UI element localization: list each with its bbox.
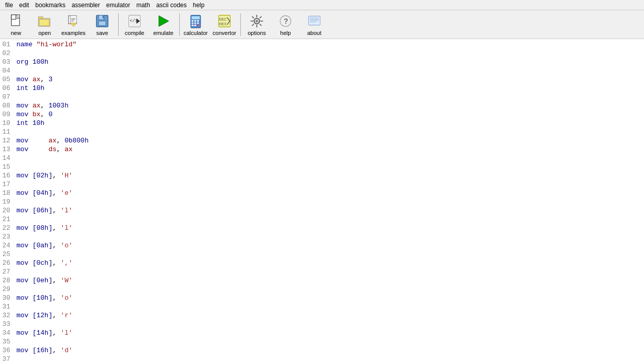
svg-line-42 [252,16,254,19]
svg-marker-11 [70,23,77,27]
line-number: 09 [0,110,14,119]
line-number: 29 [0,285,14,294]
line-number: 36 [0,346,14,355]
options-button[interactable]: options [243,12,271,38]
code-content: mov ax, 0b800h [14,136,644,145]
code-content: mov bx, 0 [14,110,644,119]
code-content: int 10h [14,119,644,128]
table-row: 19 [0,197,644,206]
line-number: 25 [0,250,14,259]
line-number: 33 [0,320,14,329]
toolbar: new open examples [0,10,644,39]
about-button[interactable]: about [300,12,328,38]
code-editor[interactable]: 01 name "hi-world" 02 03 org 100h 04 05 … [0,39,644,363]
svg-rect-15 [103,16,104,19]
emulate-label: emulate [153,30,173,36]
save-icon [94,13,110,29]
menu-help[interactable]: help [190,1,208,9]
code-content: mov [16h], 'd' [14,346,644,355]
code-content: mov [04h], 'e' [14,189,644,197]
code-content: mov [14h], 'l' [14,329,644,337]
calculator-label: calculator [183,30,207,36]
table-row: 16 mov [02h], 'H' [0,171,644,180]
menu-assembler[interactable]: assembler [68,1,103,9]
separator-2 [179,13,180,36]
code-content: mov [12h], 'r' [14,311,644,320]
help-icon: ? [277,13,294,29]
table-row: 28 mov [0eh], 'W' [0,276,644,285]
line-number: 02 [0,49,14,58]
emulate-icon [155,13,172,29]
menu-bookmarks[interactable]: bookmarks [32,1,69,9]
table-row: 02 [0,49,644,58]
svg-line-44 [260,16,262,19]
table-row: 07 [0,93,644,101]
compile-label: compile [125,30,144,36]
svg-marker-19 [159,16,168,27]
table-row: 06 int 10h [0,84,644,93]
svg-rect-25 [192,23,194,24]
line-number: 04 [0,66,14,75]
table-row: 05 mov ax, 3 [0,75,644,84]
line-number: 18 [0,189,14,197]
svg-text:DEC: DEC [219,17,227,21]
line-number: 10 [0,119,14,128]
table-row: 10 int 10h [0,119,644,128]
examples-button[interactable]: examples [60,12,87,38]
code-content: mov ax, 1003h [14,101,644,110]
code-content: int 10h [14,84,644,93]
open-icon [36,13,53,29]
help-label: help [280,30,291,36]
table-row: 37 [0,355,644,363]
help-button[interactable]: ? help [272,12,299,38]
menu-edit[interactable]: edit [16,1,32,9]
line-number: 27 [0,267,14,276]
table-row: 13 mov ds, ax [0,145,644,154]
line-number: 13 [0,145,14,154]
code-content: org 100h [14,58,644,66]
calculator-button[interactable]: calculator [182,12,210,38]
code-content: mov [0eh], 'W' [14,276,644,285]
code-content: mov ax, 3 [14,75,644,84]
table-row: 25 [0,250,644,259]
new-button[interactable]: new [2,12,30,38]
table-row: 34 mov [14h], 'l' [0,329,644,337]
calculator-icon [187,13,204,29]
line-number: 05 [0,75,14,84]
table-row: 30 mov [10h], 'o' [0,294,644,302]
new-label: new [11,30,21,36]
convertor-icon: DEC HEX [216,13,233,29]
new-icon [8,13,24,29]
convertor-button[interactable]: DEC HEX convertor [211,12,238,38]
line-number: 26 [0,259,14,267]
code-content: mov [10h], 'o' [14,294,644,302]
compile-button[interactable]: </> compile [121,12,148,38]
line-number: 19 [0,197,14,206]
code-content: mov ds, ax [14,145,644,154]
table-row: 36 mov [16h], 'd' [0,346,644,355]
svg-text:?: ? [284,17,289,25]
save-button[interactable]: save [88,12,116,38]
line-number: 28 [0,276,14,285]
menu-file[interactable]: file [2,1,16,9]
line-number: 21 [0,215,14,224]
options-icon [249,13,265,29]
table-row: 09 mov bx, 0 [0,110,644,119]
emulate-button[interactable]: emulate [149,12,177,38]
code-content: name "hi-world" [14,40,644,49]
table-row: 24 mov [0ah], 'o' [0,241,644,250]
menu-emulator[interactable]: emulator [103,1,134,9]
table-row: 22 mov [08h], 'l' [0,224,644,232]
table-row: 23 [0,232,644,241]
menubar: file edit bookmarks assembler emulator m… [0,0,644,10]
line-number: 34 [0,329,14,337]
svg-rect-30 [197,25,199,26]
table-row: 35 [0,337,644,346]
open-button[interactable]: open [31,12,59,38]
about-label: about [307,30,321,36]
line-number: 31 [0,302,14,311]
about-icon [306,13,323,29]
table-row: 08 mov ax, 1003h [0,101,644,110]
menu-math[interactable]: math [133,1,153,9]
menu-ascii-codes[interactable]: ascii codes [153,1,190,9]
